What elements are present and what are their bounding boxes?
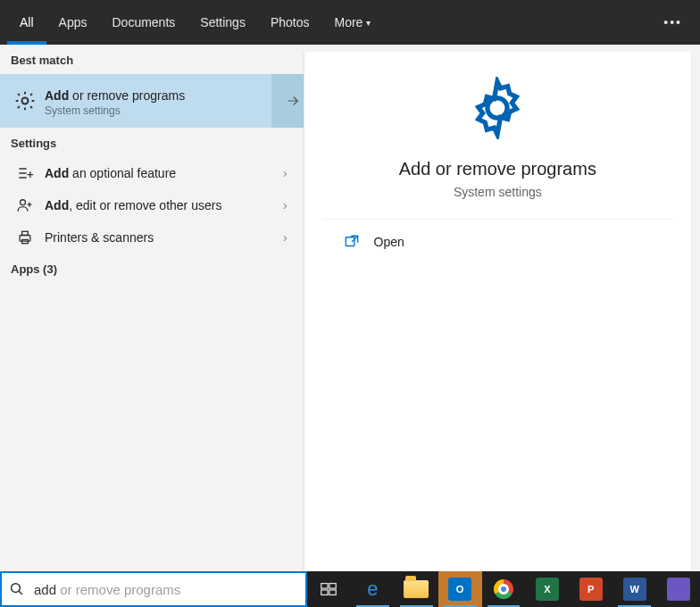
svg-point-0: [22, 98, 29, 104]
gear-icon: [466, 77, 529, 143]
results-pane: Best match Add or remove programs System…: [0, 45, 304, 571]
open-icon: [344, 234, 360, 250]
taskbar-excel[interactable]: X: [525, 571, 569, 607]
apps-header[interactable]: Apps (3): [0, 254, 304, 283]
excel-icon: X: [536, 578, 559, 601]
ie-icon: e: [367, 578, 378, 601]
taskbar-outlook[interactable]: O: [438, 571, 482, 607]
result-add-remove-programs[interactable]: Add or remove programs System settings: [0, 74, 304, 128]
best-match-header: Best match: [0, 45, 304, 74]
svg-rect-8: [321, 584, 328, 589]
result-title: Printers & scanners: [45, 230, 278, 245]
svg-point-1: [21, 200, 26, 205]
svg-rect-9: [329, 584, 336, 589]
gear-icon: [11, 74, 39, 128]
tab-all[interactable]: All: [7, 0, 46, 45]
chevron-right-icon: ›: [278, 230, 293, 245]
printer-icon: [11, 229, 39, 246]
app-icon: [667, 578, 690, 601]
svg-rect-10: [321, 590, 328, 595]
filter-tabs: All Apps Documents Settings Photos More▾…: [0, 0, 700, 45]
expand-arrow-button[interactable]: [271, 74, 304, 128]
preview-subtitle: System settings: [454, 185, 542, 199]
svg-point-7: [12, 584, 21, 593]
taskbar-file-explorer[interactable]: [395, 571, 438, 607]
chevron-right-icon: ›: [278, 198, 293, 212]
search-input[interactable]: [32, 582, 298, 597]
tab-settings[interactable]: Settings: [188, 0, 258, 45]
tab-documents[interactable]: Documents: [99, 0, 188, 45]
tab-more[interactable]: More▾: [321, 0, 383, 45]
svg-rect-11: [329, 590, 336, 595]
word-icon: W: [623, 578, 646, 601]
more-options-button[interactable]: •••: [663, 15, 682, 29]
list-add-icon: [11, 164, 39, 182]
preview-title: Add or remove programs: [399, 159, 596, 179]
preview-pane: Add or remove programs System settings O…: [304, 52, 691, 571]
result-title: Add, edit or remove other users: [45, 198, 278, 212]
taskbar-word[interactable]: W: [612, 571, 656, 607]
chevron-right-icon: ›: [278, 166, 293, 180]
result-title: Add or remove programs: [45, 88, 271, 103]
svg-rect-3: [22, 231, 29, 235]
settings-header: Settings: [0, 128, 304, 157]
taskbar-powerpoint[interactable]: P: [569, 571, 612, 607]
result-subtitle: System settings: [45, 104, 271, 117]
taskbar-task-view[interactable]: [307, 571, 351, 607]
powerpoint-icon: P: [579, 578, 603, 601]
tab-more-label: More: [334, 15, 362, 29]
search-bar[interactable]: add or remove programs: [0, 571, 307, 607]
result-add-optional-feature[interactable]: Add an optional feature ›: [0, 157, 304, 189]
result-add-users[interactable]: Add, edit or remove other users ›: [0, 189, 304, 221]
svg-point-5: [488, 98, 507, 118]
user-add-icon: [11, 196, 39, 214]
chevron-down-icon: ▾: [366, 18, 371, 28]
open-button[interactable]: Open: [322, 220, 673, 264]
result-title: Add an optional feature: [45, 166, 278, 180]
taskbar-internet-explorer[interactable]: e: [351, 571, 395, 607]
result-printers-scanners[interactable]: Printers & scanners ›: [0, 221, 304, 254]
tab-photos[interactable]: Photos: [258, 0, 322, 45]
taskbar-app-other[interactable]: [656, 571, 700, 607]
open-label: Open: [374, 235, 404, 249]
taskbar-chrome[interactable]: [482, 571, 526, 607]
outlook-icon: O: [448, 578, 471, 601]
tab-apps[interactable]: Apps: [46, 0, 100, 45]
folder-icon: [404, 580, 429, 598]
svg-rect-6: [346, 237, 354, 246]
search-icon: [9, 581, 25, 597]
taskbar: e O X P W: [307, 571, 700, 607]
chrome-icon: [494, 579, 513, 599]
